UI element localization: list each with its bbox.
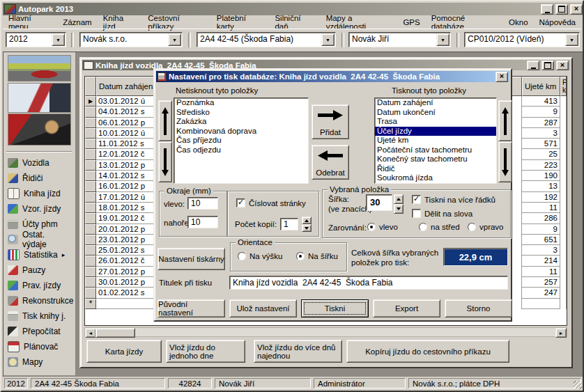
sidebar-item[interactable]: Řidiči bbox=[3, 171, 75, 186]
list-item[interactable]: Konečný stav tachometru bbox=[375, 155, 496, 164]
move-down-button[interactable] bbox=[498, 141, 512, 182]
record-selector-cell[interactable] bbox=[85, 181, 96, 191]
km-cell[interactable]: 192 bbox=[522, 192, 560, 203]
km-cell[interactable]: 13 bbox=[522, 181, 560, 191]
km-cell[interactable]: 214 bbox=[522, 256, 560, 266]
list-item[interactable]: Poznámka bbox=[174, 98, 308, 108]
karta-jizdy-button[interactable]: Karta jízdy bbox=[86, 340, 162, 363]
km-cell[interactable]: 413 bbox=[522, 96, 560, 107]
menu-item[interactable]: Nápověda bbox=[534, 17, 581, 28]
margin-left-field[interactable]: 10 bbox=[187, 197, 218, 210]
sidebar-item[interactable]: Rekonstrukce bbox=[3, 293, 75, 308]
record-selector-cell[interactable]: ▶ bbox=[85, 96, 96, 107]
sidebar-item[interactable]: Ostat. výdaje bbox=[3, 232, 75, 247]
maximize-button[interactable] bbox=[541, 61, 554, 70]
list-item[interactable]: Počáteční stav tachometru bbox=[375, 146, 496, 155]
driver-combo[interactable]: Novák Jiří ▼ bbox=[348, 32, 451, 47]
sidebar-item[interactable]: Přepočítat bbox=[3, 324, 75, 339]
list-item[interactable]: Datum zahájení bbox=[375, 98, 496, 108]
copies-spinner[interactable] bbox=[302, 217, 312, 232]
copies-field[interactable]: 1 bbox=[280, 218, 298, 230]
new-record-cell[interactable]: * bbox=[85, 299, 96, 309]
minimize-button[interactable] bbox=[541, 4, 553, 15]
record-selector-cell[interactable] bbox=[85, 235, 96, 245]
print-title-field[interactable]: Kniha jízd vozidla 2A4 42-45 Škoda Fabia bbox=[229, 276, 508, 290]
km-cell[interactable]: 257 bbox=[522, 277, 560, 288]
add-button[interactable]: Přidat bbox=[312, 104, 349, 139]
scroll-right-button[interactable]: ► bbox=[555, 328, 567, 338]
km-cell[interactable]: 9 bbox=[522, 224, 560, 235]
maximize-button[interactable] bbox=[555, 4, 568, 15]
move-up-button[interactable] bbox=[158, 100, 172, 141]
record-selector-cell[interactable] bbox=[85, 118, 96, 128]
list-item[interactable]: Účel jízdy bbox=[375, 127, 496, 136]
list-item[interactable]: Datum ukončení bbox=[375, 108, 496, 118]
year-combo[interactable]: 2012 ▼ bbox=[6, 32, 66, 47]
export-button[interactable]: Export bbox=[373, 299, 440, 317]
number-pages-checkbox[interactable] bbox=[236, 198, 245, 207]
record-selector-cell[interactable] bbox=[85, 192, 96, 203]
sidebar-item[interactable]: Prav. jízdy bbox=[3, 278, 75, 293]
save-settings-button[interactable]: Ulož nastavení bbox=[229, 299, 297, 317]
chevron-down-icon[interactable]: ▼ bbox=[52, 33, 65, 46]
list-item[interactable]: Trasa bbox=[375, 117, 496, 127]
menu-item[interactable]: Okno bbox=[503, 17, 534, 28]
list-item[interactable]: Ujeté km bbox=[375, 136, 496, 146]
record-selector-cell[interactable] bbox=[85, 267, 96, 277]
company-combo[interactable]: Novák s.r.o. ▼ bbox=[79, 32, 183, 47]
sidebar-item[interactable]: Statistika ▸ bbox=[3, 247, 75, 262]
chevron-down-icon[interactable]: ▼ bbox=[321, 33, 335, 46]
close-button[interactable]: × bbox=[556, 61, 569, 70]
km-cell[interactable]: 287 bbox=[522, 118, 560, 128]
close-button[interactable]: × bbox=[495, 72, 508, 82]
record-selector-cell[interactable] bbox=[85, 288, 96, 298]
record-selector-cell[interactable] bbox=[85, 256, 96, 266]
close-button[interactable]: × bbox=[570, 4, 583, 15]
spinner-up-icon[interactable] bbox=[302, 217, 312, 224]
minimize-button[interactable] bbox=[527, 61, 539, 70]
spinner-down-icon[interactable] bbox=[394, 204, 404, 214]
portrait-radio[interactable] bbox=[238, 252, 246, 260]
landscape-radio[interactable] bbox=[296, 252, 305, 260]
remove-button[interactable]: Odebrat bbox=[312, 145, 349, 180]
align-right-radio[interactable] bbox=[468, 223, 476, 231]
vehicle-combo[interactable]: 2A4 42-45 (Škoda Fabia) ▼ bbox=[197, 32, 336, 47]
list-item[interactable]: Čas odjezdu bbox=[174, 146, 308, 155]
km-cell[interactable]: 25 bbox=[522, 149, 560, 159]
km-cell[interactable]: 11 bbox=[522, 267, 560, 277]
multiline-checkbox[interactable] bbox=[412, 195, 421, 204]
km-cell[interactable]: 571 bbox=[522, 139, 560, 149]
chevron-down-icon[interactable]: ▼ bbox=[565, 33, 578, 46]
sidebar-item[interactable]: Tisk knihy j. bbox=[3, 308, 75, 324]
new-record-km-cell[interactable] bbox=[522, 299, 560, 309]
list-item[interactable]: Řidič bbox=[375, 164, 496, 174]
record-selector-cell[interactable] bbox=[85, 160, 96, 171]
record-selector-cell[interactable] bbox=[85, 107, 96, 117]
sidebar-item[interactable]: Vozidla bbox=[3, 155, 75, 171]
km-cell[interactable]: 190 bbox=[522, 171, 560, 181]
record-selector-cell[interactable] bbox=[85, 203, 96, 213]
vloz-jizdu-vice-dnu-button[interactable]: Vlož jízdu do více dnů najednou bbox=[254, 340, 342, 363]
print-button[interactable]: Tiskni bbox=[301, 299, 369, 317]
align-left-radio[interactable] bbox=[367, 223, 376, 231]
width-spinner[interactable] bbox=[394, 194, 404, 214]
list-item[interactable]: Středisko bbox=[174, 108, 308, 118]
cancel-button[interactable]: Storno bbox=[445, 299, 512, 317]
spinner-down-icon[interactable] bbox=[302, 224, 312, 232]
chevron-down-icon[interactable]: ▼ bbox=[168, 33, 181, 46]
km-cell[interactable]: 247 bbox=[522, 288, 560, 298]
scroll-left-button[interactable]: ◄ bbox=[85, 328, 96, 338]
original-settings-button[interactable]: Původní nastavení bbox=[157, 299, 225, 317]
km-cell[interactable]: 3 bbox=[522, 245, 560, 256]
sidebar-item[interactable]: Mapy bbox=[3, 354, 75, 370]
record-selector-cell[interactable] bbox=[85, 149, 96, 159]
printer-setup-button[interactable]: Nastavení tiskárny bbox=[157, 248, 225, 270]
list-item[interactable]: Čas příjezdu bbox=[174, 136, 308, 146]
chevron-down-icon[interactable]: ▼ bbox=[436, 33, 449, 46]
record-selector-cell[interactable] bbox=[85, 224, 96, 235]
kopiruj-jizdu-button[interactable]: Kopíruj jízdu do cestovního příkazu bbox=[346, 340, 509, 363]
menu-item[interactable]: Záznam bbox=[57, 17, 98, 28]
sidebar-item[interactable]: Kniha jízd bbox=[3, 186, 75, 201]
scrollbar-thumb[interactable] bbox=[95, 328, 135, 338]
align-center-radio[interactable] bbox=[419, 223, 427, 231]
